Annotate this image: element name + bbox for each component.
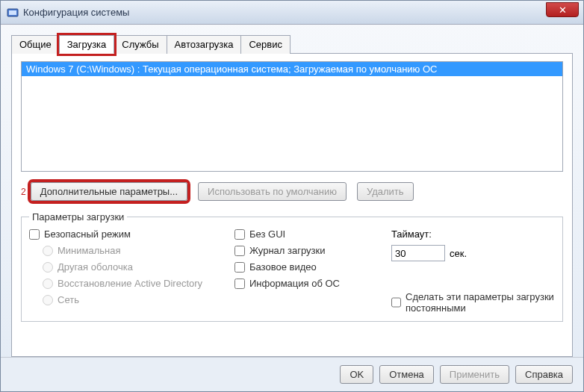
base-video-input[interactable]: [234, 262, 245, 273]
minimal-input: [43, 246, 53, 256]
help-button[interactable]: Справка: [515, 365, 573, 384]
col-safe-mode: Безопасный режим Минимальная Другая обол…: [29, 228, 220, 314]
ok-button[interactable]: OK: [340, 365, 373, 384]
tab-general[interactable]: Общие: [11, 35, 60, 54]
tab-startup[interactable]: Автозагрузка: [167, 35, 242, 54]
delete-button: Удалить: [357, 182, 414, 201]
boot-options-grid: Безопасный режим Минимальная Другая обол…: [29, 228, 555, 314]
timeout-row: сек.: [391, 245, 555, 261]
boot-os-list[interactable]: Windows 7 (C:\Windows) : Текущая операци…: [21, 61, 563, 172]
minimal-radio: Минимальная: [43, 245, 220, 256]
apply-button: Применить: [440, 365, 509, 384]
os-info-checkbox[interactable]: Информация об ОС: [234, 278, 376, 289]
boot-log-checkbox[interactable]: Журнал загрузки: [234, 245, 376, 256]
tab-panel-boot: Windows 7 (C:\Windows) : Текущая операци…: [11, 53, 573, 357]
cancel-button[interactable]: Отмена: [379, 365, 434, 384]
boot-log-input[interactable]: [234, 246, 245, 256]
timeout-input[interactable]: [391, 245, 445, 261]
persist-label: Сделать эти параметры загрузки постоянны…: [406, 291, 555, 314]
alt-shell-radio: Другая оболочка: [43, 261, 220, 273]
ad-repair-radio: Восстановление Active Directory: [43, 278, 220, 289]
ad-repair-input: [43, 279, 53, 289]
titlebar: Конфигурация системы ✕: [1, 1, 583, 25]
tab-tools[interactable]: Сервис: [240, 35, 291, 54]
base-video-checkbox[interactable]: Базовое видео: [234, 261, 376, 273]
minimal-label: Минимальная: [58, 245, 121, 256]
svg-rect-1: [9, 10, 16, 15]
no-gui-label: Без GUI: [249, 228, 285, 240]
no-gui-input[interactable]: [234, 229, 245, 240]
dialog-footer: OK Отмена Применить Справка: [1, 357, 583, 391]
safe-mode-label: Безопасный режим: [44, 228, 131, 240]
network-input: [43, 295, 53, 305]
os-info-label: Информация об ОС: [249, 278, 340, 289]
tab-row: Общие Загрузка Службы Автозагрузка Серви…: [11, 35, 573, 54]
col-misc: Без GUI Журнал загрузки Базовое видео: [234, 228, 376, 314]
col-timeout: Таймаут: сек. Сделать эти параметры загр…: [391, 228, 555, 314]
advanced-options-button[interactable]: Дополнительные параметры...: [31, 182, 187, 201]
msconfig-window: Конфигурация системы ✕ Общие Загрузка Сл…: [0, 0, 584, 392]
annotation-2-wrap: 2 Дополнительные параметры...: [21, 182, 187, 201]
annotation-2: 2: [21, 187, 26, 197]
safe-mode-checkbox[interactable]: Безопасный режим: [29, 228, 220, 240]
close-icon: ✕: [559, 4, 567, 16]
close-button[interactable]: ✕: [546, 2, 579, 17]
base-video-label: Базовое видео: [249, 261, 317, 273]
boot-options-group: Параметры загрузки Безопасный режим Мини…: [21, 211, 563, 322]
boot-options-legend: Параметры загрузки: [29, 211, 127, 223]
persist-input[interactable]: [391, 297, 401, 308]
safe-mode-input[interactable]: [29, 229, 40, 240]
timeout-label: Таймаут:: [391, 228, 555, 240]
set-default-button: Использовать по умолчанию: [198, 182, 347, 201]
boot-log-label: Журнал загрузки: [249, 245, 325, 256]
persist-checkbox[interactable]: Сделать эти параметры загрузки постоянны…: [391, 291, 555, 314]
network-label: Сеть: [58, 294, 79, 305]
alt-shell-input: [43, 262, 53, 273]
ad-repair-label: Восстановление Active Directory: [58, 278, 202, 289]
network-radio: Сеть: [43, 294, 220, 305]
tab-boot[interactable]: Загрузка: [59, 35, 115, 54]
os-info-input[interactable]: [234, 279, 245, 289]
content-area: Общие Загрузка Службы Автозагрузка Серви…: [1, 25, 583, 357]
no-gui-checkbox[interactable]: Без GUI: [234, 228, 376, 240]
window-title: Конфигурация системы: [23, 7, 129, 18]
boot-button-row: 2 Дополнительные параметры... Использова…: [21, 182, 563, 201]
boot-entry-selected[interactable]: Windows 7 (C:\Windows) : Текущая операци…: [22, 62, 562, 76]
tab-services[interactable]: Службы: [114, 35, 167, 54]
alt-shell-label: Другая оболочка: [58, 261, 133, 273]
app-icon: [7, 7, 19, 19]
timeout-unit: сек.: [450, 248, 467, 259]
